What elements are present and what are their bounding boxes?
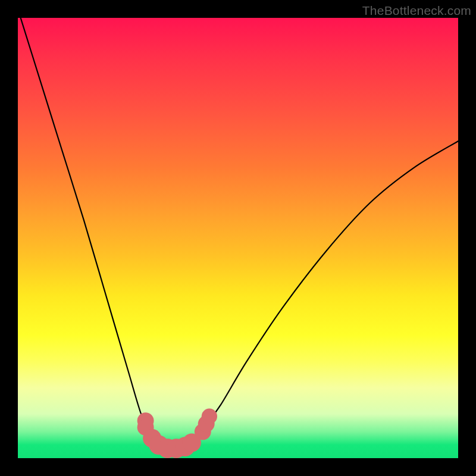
highlight-markers — [137, 409, 217, 459]
bottleneck-curve — [18, 9, 458, 449]
chart-frame: TheBottleneck.com — [0, 0, 476, 476]
marker-dot — [202, 409, 217, 424]
watermark-label: TheBottleneck.com — [362, 4, 471, 18]
plot-area — [18, 18, 458, 458]
curve-layer — [18, 18, 458, 458]
